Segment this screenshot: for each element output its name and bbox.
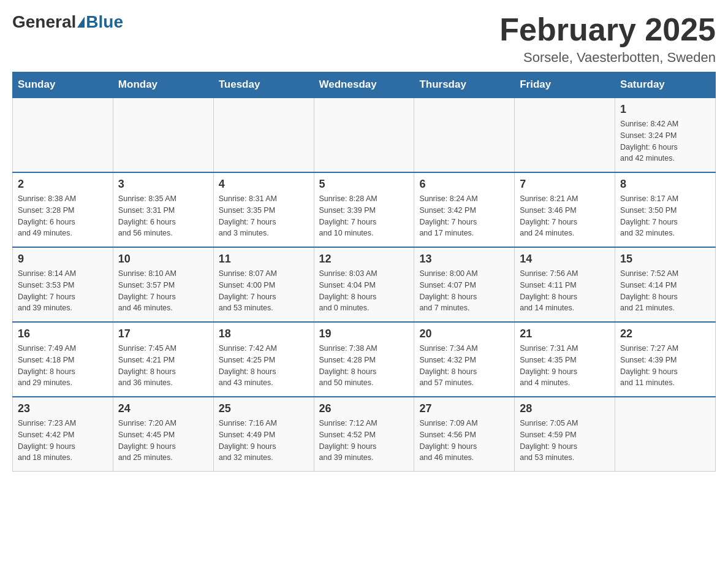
weekday-header-tuesday: Tuesday [213, 72, 314, 98]
calendar-cell: 23Sunrise: 7:23 AM Sunset: 4:42 PM Dayli… [13, 397, 113, 472]
day-number: 22 [620, 327, 710, 340]
day-number: 5 [319, 178, 409, 191]
weekday-header-friday: Friday [515, 72, 615, 98]
day-info: Sunrise: 7:27 AM Sunset: 4:39 PM Dayligh… [620, 343, 710, 389]
calendar-cell: 17Sunrise: 7:45 AM Sunset: 4:21 PM Dayli… [113, 322, 213, 397]
calendar-cell: 18Sunrise: 7:42 AM Sunset: 4:25 PM Dayli… [213, 322, 314, 397]
day-number: 6 [419, 178, 509, 191]
day-number: 9 [18, 253, 108, 266]
day-number: 18 [219, 327, 309, 340]
day-info: Sunrise: 8:24 AM Sunset: 3:42 PM Dayligh… [419, 193, 509, 239]
calendar-cell: 28Sunrise: 7:05 AM Sunset: 4:59 PM Dayli… [515, 397, 615, 472]
calendar-cell: 9Sunrise: 8:14 AM Sunset: 3:53 PM Daylig… [13, 247, 113, 322]
day-number: 13 [419, 253, 509, 266]
day-info: Sunrise: 8:35 AM Sunset: 3:31 PM Dayligh… [118, 193, 208, 239]
day-info: Sunrise: 7:42 AM Sunset: 4:25 PM Dayligh… [219, 343, 309, 389]
weekday-header-thursday: Thursday [414, 72, 515, 98]
day-info: Sunrise: 8:17 AM Sunset: 3:50 PM Dayligh… [620, 193, 710, 239]
day-number: 21 [520, 327, 610, 340]
calendar-cell: 22Sunrise: 7:27 AM Sunset: 4:39 PM Dayli… [615, 322, 716, 397]
day-number: 20 [419, 327, 509, 340]
calendar-cell [13, 98, 113, 172]
day-info: Sunrise: 8:21 AM Sunset: 3:46 PM Dayligh… [520, 193, 610, 239]
calendar-cell: 20Sunrise: 7:34 AM Sunset: 4:32 PM Dayli… [414, 322, 515, 397]
calendar-cell: 27Sunrise: 7:09 AM Sunset: 4:56 PM Dayli… [414, 397, 515, 472]
day-number: 19 [319, 327, 409, 340]
day-info: Sunrise: 8:10 AM Sunset: 3:57 PM Dayligh… [118, 268, 208, 314]
calendar-week-row: 16Sunrise: 7:49 AM Sunset: 4:18 PM Dayli… [13, 322, 716, 397]
calendar-week-row: 1Sunrise: 8:42 AM Sunset: 3:24 PM Daylig… [13, 98, 716, 172]
logo-blue-text: Blue [86, 12, 123, 32]
calendar-cell: 13Sunrise: 8:00 AM Sunset: 4:07 PM Dayli… [414, 247, 515, 322]
calendar-cell: 15Sunrise: 7:52 AM Sunset: 4:14 PM Dayli… [615, 247, 716, 322]
logo-general-text: General [12, 12, 76, 32]
day-info: Sunrise: 7:56 AM Sunset: 4:11 PM Dayligh… [520, 268, 610, 314]
calendar-cell: 5Sunrise: 8:28 AM Sunset: 3:39 PM Daylig… [314, 172, 414, 247]
calendar-cell: 2Sunrise: 8:38 AM Sunset: 3:28 PM Daylig… [13, 172, 113, 247]
calendar-cell: 1Sunrise: 8:42 AM Sunset: 3:24 PM Daylig… [615, 98, 716, 172]
day-number: 10 [118, 253, 208, 266]
location-subtitle: Sorsele, Vaesterbotten, Sweden [499, 50, 716, 66]
day-info: Sunrise: 7:09 AM Sunset: 4:56 PM Dayligh… [419, 418, 509, 464]
day-info: Sunrise: 8:31 AM Sunset: 3:35 PM Dayligh… [219, 193, 309, 239]
calendar-cell: 11Sunrise: 8:07 AM Sunset: 4:00 PM Dayli… [213, 247, 314, 322]
title-section: February 2025 Sorsele, Vaesterbotten, Sw… [499, 12, 716, 66]
page-header: General Blue February 2025 Sorsele, Vaes… [12, 12, 716, 66]
calendar-cell [314, 98, 414, 172]
day-info: Sunrise: 7:05 AM Sunset: 4:59 PM Dayligh… [520, 418, 610, 464]
weekday-header-wednesday: Wednesday [314, 72, 414, 98]
calendar-cell [113, 98, 213, 172]
logo: General Blue [12, 12, 123, 32]
calendar-week-row: 23Sunrise: 7:23 AM Sunset: 4:42 PM Dayli… [13, 397, 716, 472]
calendar-cell: 19Sunrise: 7:38 AM Sunset: 4:28 PM Dayli… [314, 322, 414, 397]
day-number: 11 [219, 253, 309, 266]
day-info: Sunrise: 7:16 AM Sunset: 4:49 PM Dayligh… [219, 418, 309, 464]
calendar-cell: 21Sunrise: 7:31 AM Sunset: 4:35 PM Dayli… [515, 322, 615, 397]
day-number: 23 [18, 402, 108, 415]
day-number: 17 [118, 327, 208, 340]
calendar-cell: 16Sunrise: 7:49 AM Sunset: 4:18 PM Dayli… [13, 322, 113, 397]
day-info: Sunrise: 8:28 AM Sunset: 3:39 PM Dayligh… [319, 193, 409, 239]
day-number: 4 [219, 178, 309, 191]
day-info: Sunrise: 8:14 AM Sunset: 3:53 PM Dayligh… [18, 268, 108, 314]
day-number: 15 [620, 253, 710, 266]
day-info: Sunrise: 7:38 AM Sunset: 4:28 PM Dayligh… [319, 343, 409, 389]
weekday-header-saturday: Saturday [615, 72, 716, 98]
day-info: Sunrise: 8:38 AM Sunset: 3:28 PM Dayligh… [18, 193, 108, 239]
calendar-cell [213, 98, 314, 172]
logo-triangle-icon [77, 17, 85, 28]
day-info: Sunrise: 8:00 AM Sunset: 4:07 PM Dayligh… [419, 268, 509, 314]
day-number: 24 [118, 402, 208, 415]
day-number: 26 [319, 402, 409, 415]
day-info: Sunrise: 7:20 AM Sunset: 4:45 PM Dayligh… [118, 418, 208, 464]
day-number: 14 [520, 253, 610, 266]
calendar-cell: 10Sunrise: 8:10 AM Sunset: 3:57 PM Dayli… [113, 247, 213, 322]
calendar-cell: 25Sunrise: 7:16 AM Sunset: 4:49 PM Dayli… [213, 397, 314, 472]
day-info: Sunrise: 7:12 AM Sunset: 4:52 PM Dayligh… [319, 418, 409, 464]
day-info: Sunrise: 8:42 AM Sunset: 3:24 PM Dayligh… [620, 118, 710, 164]
day-number: 16 [18, 327, 108, 340]
calendar-cell: 6Sunrise: 8:24 AM Sunset: 3:42 PM Daylig… [414, 172, 515, 247]
calendar-week-row: 2Sunrise: 8:38 AM Sunset: 3:28 PM Daylig… [13, 172, 716, 247]
day-info: Sunrise: 7:31 AM Sunset: 4:35 PM Dayligh… [520, 343, 610, 389]
day-info: Sunrise: 7:49 AM Sunset: 4:18 PM Dayligh… [18, 343, 108, 389]
calendar-header: SundayMondayTuesdayWednesdayThursdayFrid… [13, 72, 716, 98]
calendar-cell [515, 98, 615, 172]
day-info: Sunrise: 7:52 AM Sunset: 4:14 PM Dayligh… [620, 268, 710, 314]
calendar-cell: 3Sunrise: 8:35 AM Sunset: 3:31 PM Daylig… [113, 172, 213, 247]
day-number: 25 [219, 402, 309, 415]
day-number: 7 [520, 178, 610, 191]
weekday-header-sunday: Sunday [13, 72, 113, 98]
day-number: 27 [419, 402, 509, 415]
weekday-header-row: SundayMondayTuesdayWednesdayThursdayFrid… [13, 72, 716, 98]
month-title: February 2025 [499, 12, 716, 47]
day-number: 12 [319, 253, 409, 266]
day-info: Sunrise: 7:34 AM Sunset: 4:32 PM Dayligh… [419, 343, 509, 389]
day-number: 3 [118, 178, 208, 191]
day-number: 8 [620, 178, 710, 191]
day-number: 28 [520, 402, 610, 415]
calendar-body: 1Sunrise: 8:42 AM Sunset: 3:24 PM Daylig… [13, 98, 716, 472]
calendar-cell: 26Sunrise: 7:12 AM Sunset: 4:52 PM Dayli… [314, 397, 414, 472]
calendar-week-row: 9Sunrise: 8:14 AM Sunset: 3:53 PM Daylig… [13, 247, 716, 322]
calendar-cell [615, 397, 716, 472]
